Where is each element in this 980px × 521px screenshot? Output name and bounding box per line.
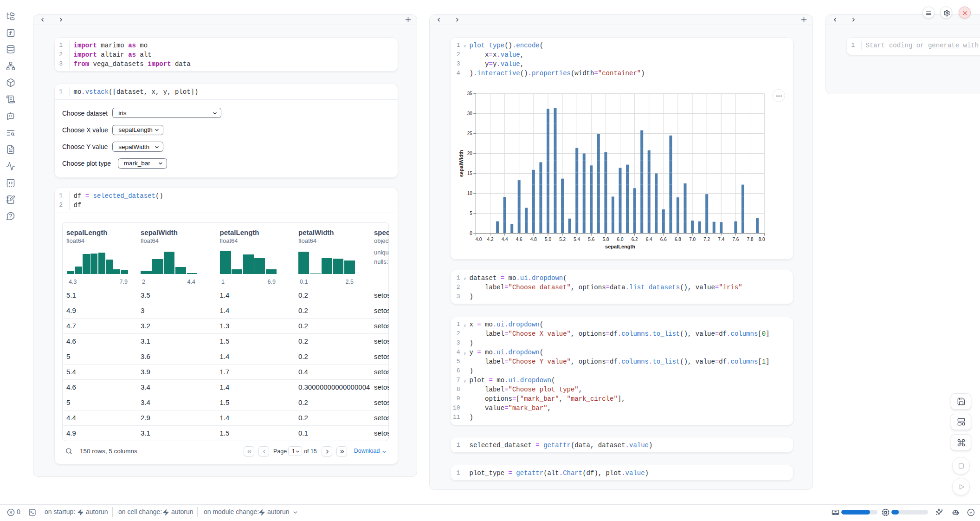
svg-text:4.2: 4.2 <box>487 237 494 242</box>
svg-text:20: 20 <box>467 151 473 156</box>
svg-text:4.8: 4.8 <box>530 237 537 242</box>
svg-text:7.8: 7.8 <box>747 237 754 242</box>
svg-text:5.2: 5.2 <box>559 237 566 242</box>
svg-text:sepalWidth: sepalWidth <box>458 150 464 177</box>
svg-text:4.6: 4.6 <box>516 237 522 242</box>
svg-text:5: 5 <box>470 211 472 216</box>
svg-text:5.8: 5.8 <box>602 237 609 242</box>
svg-text:6.2: 6.2 <box>632 237 638 242</box>
svg-text:7.4: 7.4 <box>718 237 724 242</box>
svg-text:6.8: 6.8 <box>675 237 681 242</box>
svg-text:10: 10 <box>467 191 473 196</box>
svg-text:6.6: 6.6 <box>660 237 667 242</box>
svg-text:7.6: 7.6 <box>732 237 739 242</box>
svg-text:35: 35 <box>467 91 473 96</box>
svg-text:7.0: 7.0 <box>689 237 696 242</box>
svg-text:sepalLength: sepalLength <box>605 244 635 249</box>
svg-text:30: 30 <box>467 111 473 116</box>
svg-text:5.4: 5.4 <box>574 237 580 242</box>
svg-text:15: 15 <box>467 171 473 176</box>
svg-text:4.4: 4.4 <box>502 237 508 242</box>
svg-text:5.0: 5.0 <box>545 237 551 242</box>
svg-text:6.4: 6.4 <box>646 237 652 242</box>
svg-text:7.2: 7.2 <box>703 237 710 242</box>
svg-text:0: 0 <box>470 231 472 236</box>
svg-text:6.0: 6.0 <box>617 237 624 242</box>
svg-text:5.6: 5.6 <box>588 237 594 242</box>
svg-text:4.0: 4.0 <box>475 237 482 242</box>
svg-text:25: 25 <box>467 131 473 136</box>
svg-text:8.0: 8.0 <box>759 237 765 242</box>
